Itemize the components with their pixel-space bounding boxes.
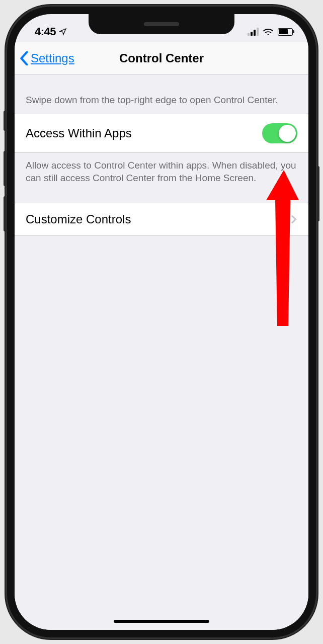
power-button [316, 166, 319, 221]
access-within-apps-label: Access Within Apps [26, 126, 132, 140]
access-within-apps-footer: Allow access to Control Center within ap… [15, 153, 308, 192]
customize-controls-label: Customize Controls [26, 212, 131, 226]
screen: 4:45 [15, 14, 308, 630]
battery-icon [278, 28, 295, 36]
status-right [248, 28, 295, 36]
device-frame: 4:45 [6, 5, 317, 639]
notch [89, 14, 234, 34]
cell-signal-icon [248, 28, 259, 36]
intro-text: Swipe down from the top-right edge to op… [15, 74, 308, 114]
speaker-grille [144, 22, 179, 26]
page-title: Control Center [119, 51, 204, 65]
content-area: Swipe down from the top-right edge to op… [15, 74, 308, 630]
home-indicator[interactable] [114, 620, 209, 623]
volume-up-button [4, 151, 7, 186]
nav-bar: Settings Control Center [15, 42, 308, 74]
chevron-right-icon [288, 215, 297, 223]
volume-down-button [4, 196, 7, 231]
customize-controls-row[interactable]: Customize Controls [15, 203, 308, 236]
access-within-apps-toggle[interactable] [262, 123, 297, 143]
back-button[interactable]: Settings [20, 42, 74, 74]
status-left: 4:45 [35, 25, 67, 38]
location-icon [59, 28, 67, 36]
chevron-left-icon [20, 51, 29, 65]
toggle-knob [279, 125, 296, 142]
status-time: 4:45 [35, 25, 56, 38]
wifi-icon [263, 28, 274, 36]
mute-switch [4, 111, 7, 131]
back-label: Settings [31, 51, 74, 65]
access-within-apps-row[interactable]: Access Within Apps [15, 114, 308, 153]
spacer [15, 192, 308, 203]
